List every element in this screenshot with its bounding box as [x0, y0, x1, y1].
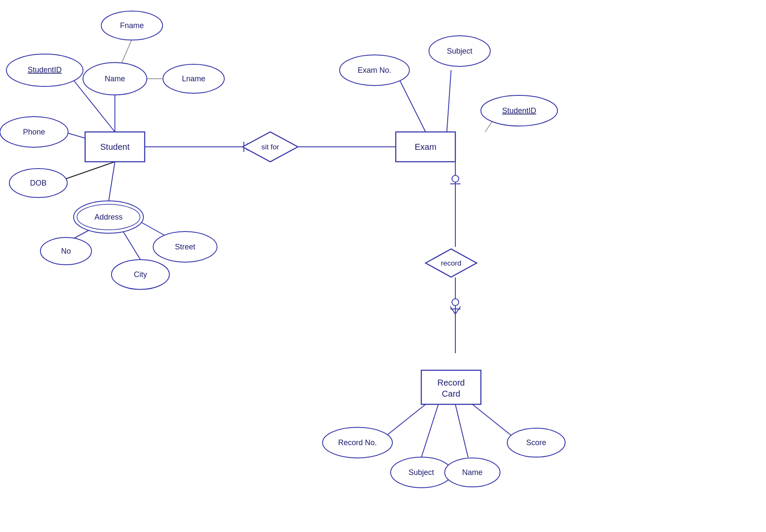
svg-line-6 [66, 162, 115, 179]
entity-student-label: Student [100, 142, 130, 152]
entity-record-card-label1: Record [437, 378, 465, 387]
attr-no-label: No [61, 247, 71, 255]
svg-line-28 [450, 306, 455, 314]
svg-line-34 [472, 404, 515, 438]
er-diagram: Student Exam Record Card sit for record … [0, 0, 766, 532]
svg-line-9 [123, 232, 140, 260]
svg-line-29 [455, 306, 460, 314]
attr-studentid-label: StudentID [28, 66, 62, 74]
entity-exam-label: Exam [414, 142, 436, 152]
entity-record-card-label2: Card [442, 389, 460, 398]
attr-city-label: City [134, 270, 147, 279]
attr-studentid2-label: StudentID [502, 106, 536, 115]
attr-subject1-label: Subject [447, 47, 472, 55]
svg-line-13 [400, 81, 426, 132]
relationship-record-label: record [441, 259, 461, 267]
attr-record-no-label: Record No. [338, 438, 377, 447]
attr-fname-label: Fname [120, 21, 144, 30]
attr-score-label: Score [526, 438, 546, 447]
attr-name-label: Name [105, 74, 125, 83]
attr-phone-label: Phone [23, 128, 45, 136]
attr-street-label: Street [175, 243, 195, 251]
svg-line-33 [455, 404, 468, 458]
attr-name2-label: Name [462, 468, 483, 477]
attr-exam-no-label: Exam No. [357, 66, 391, 74]
relationship-sit-for-label: sit for [261, 143, 279, 151]
svg-point-24 [452, 175, 459, 182]
svg-line-14 [447, 70, 451, 132]
attr-dob-label: DOB [30, 179, 46, 187]
entity-record-card [421, 370, 481, 404]
attr-subject2-label: Subject [409, 468, 434, 477]
svg-line-32 [421, 404, 438, 458]
svg-line-31 [383, 404, 426, 438]
attr-lname-label: Lname [182, 74, 205, 83]
attr-address-label: Address [94, 213, 123, 221]
svg-line-7 [109, 162, 115, 202]
svg-point-27 [452, 299, 459, 306]
